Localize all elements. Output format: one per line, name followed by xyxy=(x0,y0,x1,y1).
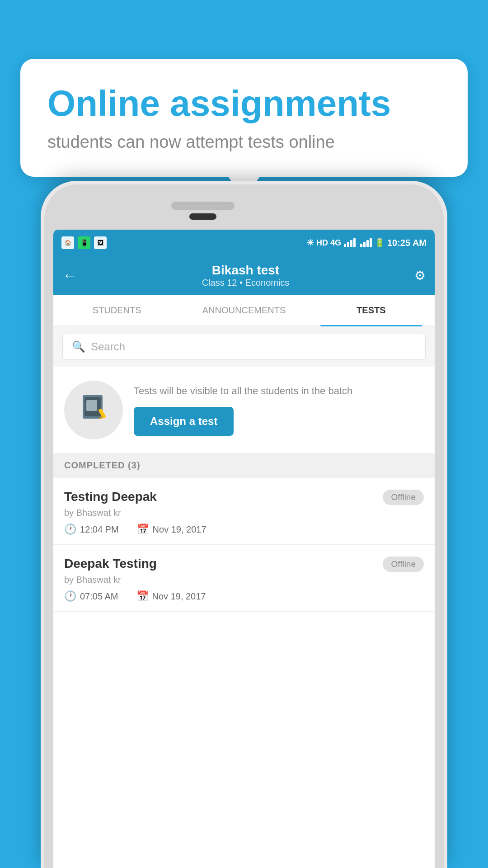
clock-icon: 🕐 xyxy=(64,524,76,535)
test-badge-offline: Offline xyxy=(383,490,424,505)
gallery-icon: 🖼 xyxy=(94,236,107,249)
test-date: 📅 Nov 19, 2017 xyxy=(137,524,206,535)
phone-speaker xyxy=(171,202,235,210)
network-label: HD 4G xyxy=(316,238,341,248)
whatsapp-icon: 📱 xyxy=(78,236,90,249)
signal-strength xyxy=(344,238,356,247)
search-icon: 🔍 xyxy=(72,340,85,353)
class-title: Bikash test xyxy=(77,263,414,278)
assign-test-button[interactable]: Assign a test xyxy=(134,407,234,436)
phone-earpiece xyxy=(189,213,216,220)
bubble-title: Online assignments xyxy=(47,84,441,123)
test-meta: 🕐 12:04 PM 📅 Nov 19, 2017 xyxy=(64,524,424,535)
assign-icon-circle xyxy=(64,381,123,439)
test-time: 🕐 12:04 PM xyxy=(64,524,119,535)
tabs-container: STUDENTS ANNOUNCEMENTS TESTS xyxy=(53,295,435,326)
completed-section-header: COMPLETED (3) xyxy=(53,453,435,478)
test-item-header: Testing Deepak Offline xyxy=(64,490,424,505)
phone-frame: 🏠 📱 🖼 ✳ HD 4G xyxy=(41,181,447,868)
test-time-2: 🕐 07:05 AM xyxy=(64,590,118,602)
search-placeholder: Search xyxy=(91,340,125,353)
bubble-subtitle: students can now attempt tests online xyxy=(47,132,441,152)
phone-screen: 🏠 📱 🖼 ✳ HD 4G xyxy=(53,230,435,868)
test-author-2: by Bhaswat kr xyxy=(64,575,424,585)
test-author: by Bhaswat kr xyxy=(64,508,424,518)
test-date-2: 📅 Nov 19, 2017 xyxy=(136,590,206,602)
battery-icon: 🔋 xyxy=(375,238,385,248)
search-bar[interactable]: 🔍 Search xyxy=(62,334,426,360)
settings-button[interactable]: ⚙ xyxy=(414,268,426,283)
app-bar-center: Bikash test Class 12 • Economics xyxy=(77,263,414,288)
assign-section: Tests will be visible to all the student… xyxy=(53,367,435,453)
test-item-2[interactable]: Deepak Testing Offline by Bhaswat kr 🕐 0… xyxy=(53,545,435,612)
time-display: 10:25 AM xyxy=(387,238,427,248)
status-right: ✳ HD 4G 🔋 10:25 AM xyxy=(307,238,427,248)
clock-icon-2: 🕐 xyxy=(64,590,76,602)
signal-strength-2 xyxy=(360,238,372,247)
assign-right: Tests will be visible to all the student… xyxy=(134,384,424,436)
tab-announcements[interactable]: ANNOUNCEMENTS xyxy=(180,295,307,326)
app-icon-1: 🏠 xyxy=(61,236,74,249)
notebook-icon xyxy=(79,393,108,428)
calendar-icon: 📅 xyxy=(137,524,149,535)
test-badge-offline-2: Offline xyxy=(383,557,424,572)
svg-rect-3 xyxy=(86,400,97,411)
search-container: 🔍 Search xyxy=(53,326,435,367)
speech-bubble: Online assignments students can now atte… xyxy=(20,59,468,177)
tab-tests[interactable]: TESTS xyxy=(308,295,435,326)
status-icons: 🏠 📱 🖼 xyxy=(61,236,107,249)
test-item-header-2: Deepak Testing Offline xyxy=(64,557,424,572)
class-subtitle: Class 12 • Economics xyxy=(77,278,414,288)
status-bar: 🏠 📱 🖼 ✳ HD 4G xyxy=(53,230,435,256)
test-name: Testing Deepak xyxy=(64,490,157,504)
app-bar: ← Bikash test Class 12 • Economics ⚙ xyxy=(53,256,435,295)
phone-top-decor xyxy=(44,197,444,220)
back-button[interactable]: ← xyxy=(62,267,77,284)
bluetooth-icon: ✳ xyxy=(307,238,314,248)
tab-students[interactable]: STUDENTS xyxy=(53,295,180,326)
test-item[interactable]: Testing Deepak Offline by Bhaswat kr 🕐 1… xyxy=(53,478,435,545)
test-meta-2: 🕐 07:05 AM 📅 Nov 19, 2017 xyxy=(64,590,424,602)
calendar-icon-2: 📅 xyxy=(136,590,149,602)
phone-inner: 🏠 📱 🖼 ✳ HD 4G xyxy=(44,184,444,868)
assign-description: Tests will be visible to all the student… xyxy=(134,384,424,398)
test-name-2: Deepak Testing xyxy=(64,557,157,571)
